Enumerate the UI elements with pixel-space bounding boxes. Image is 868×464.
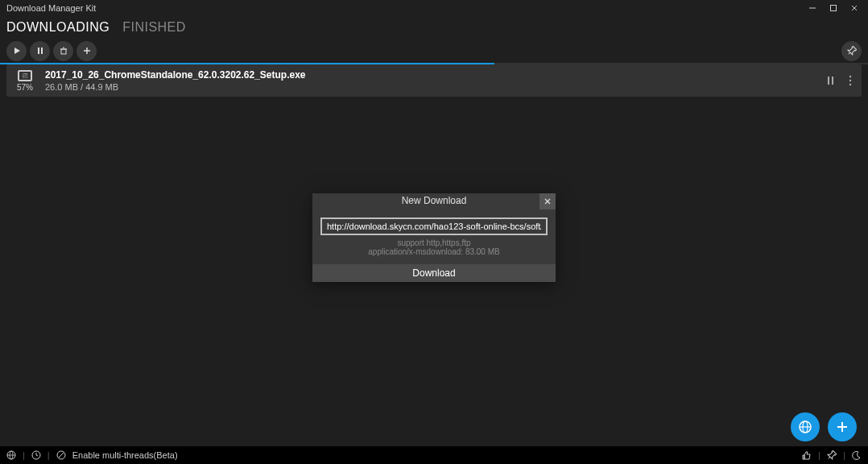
download-item[interactable]: ◰ 57% 2017_10_26_ChromeStandalone_62.0.3… [6,64,862,97]
download-filename: 2017_10_26_ChromeStandalone_62.0.3202.62… [45,69,816,81]
item-pause-button[interactable] [825,77,837,85]
status-block-icon[interactable] [56,450,66,460]
download-size-sep: / [78,82,85,92]
tab-finished[interactable]: FINISHED [122,20,186,35]
fab-add-button[interactable] [828,412,857,441]
minimize-button[interactable] [802,0,823,16]
pin-button[interactable] [841,41,862,61]
pause-button[interactable] [30,41,50,61]
title-bar: Download Manager Kit [0,0,868,16]
meta-text: application/x-msdownload: 83.00 MB [320,247,548,256]
svg-rect-12 [828,77,829,85]
download-done-size: 26.0 MB [45,82,78,92]
dialog-body: support http,https,ftp application/x-msd… [312,209,556,264]
new-download-dialog: New Download support http,https,ftp appl… [312,193,556,282]
download-size: 26.0 MB / 44.9 MB [45,82,816,92]
status-sep: | [23,450,25,460]
svg-point-15 [849,80,851,81]
dialog-header: New Download [312,193,556,209]
download-percent: 57% [17,83,33,92]
fab-globe-button[interactable] [791,412,820,441]
download-total-size: 44.9 MB [85,82,118,92]
status-pin-icon[interactable] [827,450,837,460]
download-button[interactable]: Download [312,264,556,282]
status-clock-icon[interactable] [31,450,41,460]
svg-rect-5 [38,48,39,54]
status-moon-icon[interactable] [852,450,862,460]
add-button[interactable] [76,41,97,61]
toolbar [0,39,868,63]
download-left: ◰ 57% [13,70,37,92]
tab-downloading[interactable]: DOWNLOADING [6,20,110,35]
item-more-button[interactable] [845,75,855,86]
svg-line-31 [59,453,64,458]
status-multithread-label[interactable]: Enable multi-threads(Beta) [72,450,178,460]
tabs: DOWNLOADING FINISHED [0,16,868,39]
close-button[interactable] [844,0,865,16]
file-icon: ◰ [18,70,32,81]
status-sep-4: | [843,450,845,460]
svg-rect-6 [41,48,43,54]
dialog-title: New Download [312,193,556,206]
svg-line-29 [36,455,38,456]
svg-rect-13 [832,77,833,85]
svg-point-16 [849,84,851,85]
status-right: | | [802,450,862,460]
status-sep-2: | [48,450,50,460]
delete-button[interactable] [53,41,73,61]
app-title: Download Manager Kit [6,3,96,13]
svg-rect-1 [831,6,837,11]
svg-rect-7 [61,49,66,54]
dialog-close-button[interactable] [539,193,556,209]
window-controls [802,0,865,16]
status-sep-3: | [818,450,820,460]
maximize-button[interactable] [823,0,844,16]
status-like-icon[interactable] [802,450,812,460]
download-info: 2017_10_26_ChromeStandalone_62.0.3202.62… [45,69,816,92]
svg-marker-4 [14,48,20,54]
status-bar: | | Enable multi-threads(Beta) | | [0,446,868,464]
url-input[interactable] [320,218,548,235]
download-actions [825,75,855,86]
support-text: support http,https,ftp [320,238,548,247]
svg-point-14 [849,76,851,77]
fab-row [791,412,857,441]
play-button[interactable] [6,41,27,61]
status-globe-icon[interactable] [6,450,16,460]
